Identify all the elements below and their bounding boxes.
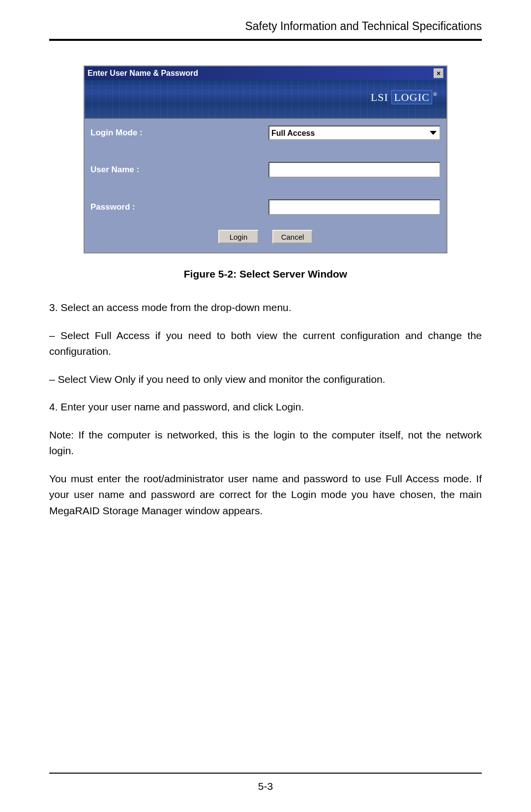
header-rule <box>49 39 482 41</box>
footer-rule <box>49 773 482 774</box>
figure-caption: Figure 5-2: Select Server Window <box>49 268 482 280</box>
login-dialog: Enter User Name & Password × LSI LOGIC® … <box>84 65 447 253</box>
paragraph-step4: 4. Enter your user name and password, an… <box>49 399 482 415</box>
page-footer: 5-3 <box>49 773 482 792</box>
close-icon[interactable]: × <box>434 68 443 78</box>
page-header-title: Safety Information and Technical Specifi… <box>49 20 482 39</box>
login-mode-label: Login Mode : <box>90 128 268 138</box>
login-mode-row: Login Mode : Full Access <box>85 119 446 147</box>
dialog-body: Login Mode : Full Access User Name : Pas… <box>85 119 446 252</box>
logo-part-logic: LOGIC <box>391 90 432 104</box>
password-label: Password : <box>90 202 268 212</box>
login-mode-select[interactable]: Full Access <box>268 125 441 140</box>
lsi-logo: LSI LOGIC® <box>371 91 438 104</box>
paragraph-view-only: – Select View Only if you need to only v… <box>49 372 482 388</box>
login-button[interactable]: Login <box>218 230 259 244</box>
dialog-titlebar: Enter User Name & Password × <box>85 66 446 80</box>
password-input[interactable] <box>268 199 441 215</box>
user-name-row: User Name : <box>85 147 446 185</box>
dialog-banner: LSI LOGIC® <box>85 80 446 119</box>
cancel-button[interactable]: Cancel <box>272 230 313 244</box>
user-name-input[interactable] <box>268 162 441 178</box>
page-number: 5-3 <box>49 781 482 792</box>
dialog-button-row: Login Cancel <box>85 222 446 252</box>
logo-part-lsi: LSI <box>371 91 388 103</box>
dialog-figure: Enter User Name & Password × LSI LOGIC® … <box>49 65 482 253</box>
password-row: Password : <box>85 185 446 222</box>
paragraph-root-admin: You must enter the root/administrator us… <box>49 471 482 519</box>
paragraph-step3: 3. Select an access mode from the drop-d… <box>49 300 482 316</box>
logo-registered-mark: ® <box>433 91 438 97</box>
body-text: 3. Select an access mode from the drop-d… <box>49 300 482 519</box>
dialog-title-text: Enter User Name & Password <box>88 69 198 78</box>
user-name-label: User Name : <box>90 165 268 175</box>
paragraph-full-access: – Select Full Access if you need to both… <box>49 328 482 360</box>
paragraph-note: Note: If the computer is networked, this… <box>49 427 482 459</box>
